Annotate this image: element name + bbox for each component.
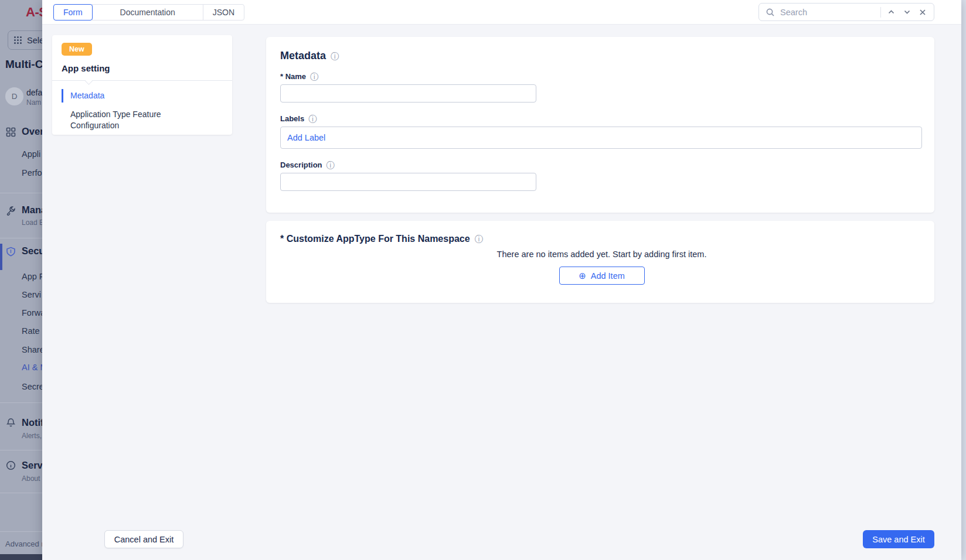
divider (0, 531, 42, 532)
nav-items: Metadata Application Type Feature Config… (62, 89, 223, 132)
description-input[interactable] (280, 173, 536, 191)
chevron-up-icon[interactable] (885, 6, 897, 18)
divider (0, 238, 42, 238)
name-field-label: * Name ⓘ (280, 72, 923, 81)
nav-item-metadata[interactable]: Metadata (62, 89, 223, 103)
divider (0, 450, 42, 450)
background-nav-notifications-subtitle: Alerts, (22, 432, 42, 440)
save-and-exit-button[interactable]: Save and Exit (863, 530, 934, 548)
shield-icon (6, 247, 16, 257)
name-label-text: * Name (280, 72, 306, 81)
add-item-button[interactable]: ⊕ Add Item (559, 267, 645, 285)
new-badge: New (62, 43, 92, 56)
metadata-title-text: Metadata (280, 50, 326, 62)
profile-name: defa (26, 88, 42, 97)
labels-field-label: Labels ⓘ (280, 114, 923, 123)
background-nav-security: Secu (22, 245, 42, 257)
add-label-button[interactable]: Add Label (287, 133, 325, 142)
background-nav-manage-subtitle: Load E (22, 218, 42, 227)
search-icon (764, 6, 776, 18)
app-picker-label: Selec (27, 36, 42, 45)
name-input[interactable] (280, 84, 536, 103)
background-nav-service: Servi (22, 290, 41, 299)
tab-form[interactable]: Form (53, 4, 93, 21)
background-nav-notifications: Notif (22, 417, 42, 428)
background-nav-shared: Share (22, 345, 42, 354)
info-icon[interactable]: ⓘ (326, 161, 335, 169)
drawer-topbar: Form Documentation JSON (42, 0, 961, 25)
customize-card-title: * Customize AppType For This Namespace ⓘ (280, 234, 923, 244)
customize-title-text: * Customize AppType For This Namespace (280, 234, 470, 244)
divider (880, 7, 881, 18)
add-item-label: Add Item (591, 271, 625, 281)
info-icon[interactable]: ⓘ (475, 235, 483, 243)
bell-icon (6, 418, 16, 428)
background-page-title: Multi-C (5, 58, 42, 71)
background-nav-manage: Mana (22, 204, 42, 216)
background-nav-secrets: Secre (22, 382, 42, 391)
metadata-card: Metadata ⓘ * Name ⓘ Labels ⓘ Add Label D… (266, 37, 934, 213)
info-icon[interactable]: ⓘ (331, 52, 339, 60)
background-page-dimmed: A-S Selec Multi-C D defa Nam Over Appli … (0, 0, 42, 560)
background-nav-applications: Appli (22, 149, 40, 159)
nav-divider (52, 80, 232, 81)
empty-state-message: There are no items added yet. Start by a… (280, 250, 923, 259)
divider (0, 402, 42, 403)
background-advanced-label: Advanced m (5, 539, 42, 548)
active-nav-indicator (0, 244, 2, 270)
description-label-text: Description (280, 161, 322, 169)
background-nav-service-info: Serv (22, 460, 42, 471)
background-footer-bar (0, 554, 42, 560)
tab-json[interactable]: JSON (203, 4, 244, 21)
search-bar (758, 3, 934, 21)
add-item-row: ⊕ Add Item (280, 267, 923, 285)
nav-section-title: App setting (62, 63, 223, 73)
grid-dots-icon (13, 36, 22, 45)
background-nav-ai-ml: AI & M (22, 363, 42, 372)
drawer-body: New App setting Metadata Application Typ… (42, 25, 961, 560)
customize-apptype-card: * Customize AppType For This Namespace ⓘ… (266, 221, 934, 303)
form-nav-panel: New App setting Metadata Application Typ… (52, 35, 232, 135)
labels-label-text: Labels (280, 114, 304, 123)
app-picker-button: Selec (8, 30, 42, 50)
close-search-icon[interactable] (917, 6, 928, 18)
divider (0, 193, 42, 193)
plus-circle-icon: ⊕ (579, 271, 586, 280)
background-nav-rate-limit: Rate L (22, 326, 42, 336)
avatar: D (5, 87, 23, 105)
search-input[interactable] (780, 8, 876, 17)
background-nav-overview: Over (22, 126, 42, 137)
info-icon[interactable]: ⓘ (308, 115, 317, 123)
background-nav-service-subtitle: About (22, 474, 40, 483)
overview-icon (6, 127, 16, 137)
divider (0, 493, 42, 493)
labels-container: Add Label (280, 127, 922, 149)
nav-item-apptype-feature-config[interactable]: Application Type Feature Configuration (62, 108, 173, 132)
cancel-and-exit-button[interactable]: Cancel and Exit (104, 530, 183, 548)
info-icon[interactable]: ⓘ (310, 73, 318, 81)
app-setting-drawer: Form Documentation JSON (42, 0, 961, 560)
background-nav-app-firewall: App F (22, 272, 42, 281)
wrench-icon (6, 206, 16, 216)
background-right-sliver (961, 0, 966, 560)
info-circle-icon (6, 460, 16, 470)
background-nav-forwarding: Forwa (22, 308, 42, 317)
tab-documentation[interactable]: Documentation (92, 4, 203, 21)
app-logo: A-S (26, 5, 42, 20)
view-mode-tabs: Form Documentation JSON (54, 4, 244, 21)
divider-notch (85, 77, 93, 85)
description-field-label: Description ⓘ (280, 161, 923, 169)
chevron-down-icon[interactable] (901, 6, 913, 18)
metadata-card-title: Metadata ⓘ (280, 50, 923, 62)
profile-subtitle: Nam (26, 98, 41, 107)
background-nav-performance: Perfo (22, 168, 42, 177)
